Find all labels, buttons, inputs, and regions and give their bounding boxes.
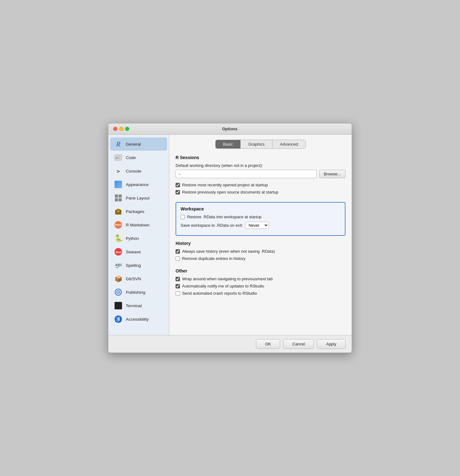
publishing-icon bbox=[114, 288, 123, 297]
always-save-history-checkbox[interactable] bbox=[176, 249, 180, 254]
notify-updates-label: Automatically notify me of updates to RS… bbox=[182, 284, 264, 288]
sidebar-item-appearance[interactable]: Appearance bbox=[110, 178, 167, 191]
dir-input-row: Browse... bbox=[176, 170, 345, 178]
sidebar-label-publishing: Publishing bbox=[126, 290, 145, 295]
notify-updates-checkbox[interactable] bbox=[176, 284, 180, 288]
history-title: History bbox=[176, 241, 345, 246]
sidebar-item-r-markdown[interactable]: Rmd R Markdown bbox=[110, 218, 167, 231]
sidebar-label-general: General bbox=[126, 142, 141, 147]
sidebar-label-r-markdown: R Markdown bbox=[126, 223, 150, 227]
sidebar-item-pane-layout[interactable]: Pane Layout bbox=[110, 191, 167, 204]
notify-updates-row[interactable]: Automatically notify me of updates to RS… bbox=[176, 284, 345, 288]
svg-rect-7 bbox=[117, 210, 120, 212]
python-icon: 🐍 bbox=[114, 234, 123, 243]
tab-basic[interactable]: Basic bbox=[216, 140, 241, 148]
restore-rdata-checkbox-row[interactable]: Restore .RData into workspace at startup bbox=[181, 215, 340, 219]
other-title: Other bbox=[176, 268, 345, 273]
wrap-around-label: Wrap around when navigating to previous/… bbox=[182, 277, 273, 281]
dialog-footer: OK Cancel Apply bbox=[108, 335, 352, 353]
svg-text:Rmd: Rmd bbox=[116, 251, 121, 254]
sidebar-item-general[interactable]: R General bbox=[110, 137, 167, 151]
tab-advanced[interactable]: Advanced bbox=[273, 140, 306, 148]
sidebar-item-code[interactable]: ≡ Code bbox=[110, 151, 167, 164]
sidebar-item-console[interactable]: > Console bbox=[110, 164, 167, 178]
workspace-title: Workspace bbox=[181, 206, 340, 211]
other-section: Other Wrap around when navigating to pre… bbox=[176, 268, 345, 298]
terminal-icon bbox=[114, 301, 123, 310]
sidebar-label-console: Console bbox=[126, 169, 141, 173]
code-icon: ≡ bbox=[114, 153, 123, 162]
sidebar-item-publishing[interactable]: Publishing bbox=[110, 286, 167, 299]
apply-button[interactable]: Apply bbox=[317, 339, 345, 349]
wrap-around-checkbox[interactable] bbox=[176, 277, 180, 281]
always-save-history-label: Always save history (even when not savin… bbox=[182, 249, 275, 254]
packages-icon bbox=[114, 207, 123, 216]
restore-docs-checkbox-row[interactable]: Restore previously open source documents… bbox=[176, 190, 345, 194]
sidebar-label-appearance: Appearance bbox=[126, 182, 149, 187]
svg-point-13 bbox=[118, 292, 119, 293]
sidebar-label-accessibility: Accessibility bbox=[126, 317, 149, 322]
restore-docs-label: Restore previously open source documents… bbox=[182, 190, 279, 194]
svg-text:ABC: ABC bbox=[115, 263, 122, 267]
wrap-around-row[interactable]: Wrap around when navigating to previous/… bbox=[176, 277, 345, 281]
always-save-history-row[interactable]: Always save history (even when not savin… bbox=[176, 249, 345, 254]
r-sessions-title: R Sessions bbox=[176, 155, 345, 160]
remove-duplicates-label: Remove duplicate entries in history bbox=[182, 256, 245, 261]
ok-button[interactable]: OK bbox=[256, 339, 280, 349]
options-dialog: Options R General ≡ bbox=[108, 123, 352, 353]
tab-graphics[interactable]: Graphics bbox=[241, 140, 272, 148]
remove-duplicates-checkbox[interactable] bbox=[176, 256, 180, 261]
history-section: History Always save history (even when n… bbox=[176, 241, 345, 263]
restore-project-checkbox-row[interactable]: Restore most recently opened project at … bbox=[176, 183, 345, 187]
restore-project-checkbox[interactable] bbox=[176, 183, 180, 187]
sidebar-item-git-svn[interactable]: 📦 Git/SVN bbox=[110, 272, 167, 285]
console-icon: > bbox=[114, 167, 123, 175]
tab-bar: Basic Graphics Advanced bbox=[215, 140, 306, 149]
sidebar-label-spelling: Spelling bbox=[126, 263, 141, 268]
sidebar: R General ≡ Code > bbox=[108, 135, 169, 335]
dir-input[interactable] bbox=[176, 170, 317, 178]
restore-rdata-label: Restore .RData into workspace at startup bbox=[187, 215, 262, 219]
workspace-section: Workspace Restore .RData into workspace … bbox=[176, 202, 345, 236]
save-workspace-label: Save workspace to .RData on exit: bbox=[181, 223, 243, 228]
pane-layout-icon bbox=[114, 194, 123, 202]
dir-label: Default working directory (when not in a… bbox=[176, 163, 345, 168]
crash-reports-checkbox[interactable] bbox=[176, 291, 180, 296]
sidebar-label-sweave: Sweave bbox=[126, 250, 141, 254]
sweave-icon: Rmd bbox=[114, 247, 123, 256]
r-icon: R bbox=[114, 140, 123, 148]
crash-reports-row[interactable]: Send automated crash reports to RStudio bbox=[176, 291, 345, 296]
svg-marker-6 bbox=[115, 209, 121, 210]
r-sessions-section: R Sessions Default working directory (wh… bbox=[176, 155, 345, 197]
main-panel: Basic Graphics Advanced R Sessions Defau… bbox=[169, 135, 352, 335]
sidebar-label-terminal: Terminal bbox=[126, 303, 142, 308]
sidebar-label-code: Code bbox=[126, 155, 136, 160]
sidebar-label-packages: Packages bbox=[126, 209, 144, 214]
sidebar-item-accessibility[interactable]: ♿ Accessibility bbox=[110, 313, 167, 326]
save-workspace-row: Save workspace to .RData on exit: Never … bbox=[181, 222, 340, 229]
browse-button[interactable]: Browse... bbox=[319, 170, 345, 178]
spelling-icon: ABC bbox=[114, 261, 123, 270]
sidebar-item-spelling[interactable]: ABC Spelling bbox=[110, 259, 167, 272]
sidebar-label-python: Python bbox=[126, 236, 139, 241]
sidebar-label-pane-layout: Pane Layout bbox=[126, 196, 150, 200]
dialog-title: Options bbox=[113, 127, 347, 131]
sidebar-item-python[interactable]: 🐍 Python bbox=[110, 232, 167, 245]
save-workspace-select[interactable]: Never Always Ask bbox=[245, 222, 269, 229]
dialog-body: R General ≡ Code > bbox=[108, 135, 352, 335]
sidebar-item-sweave[interactable]: Rmd Sweave bbox=[110, 245, 167, 258]
crash-reports-label: Send automated crash reports to RStudio bbox=[182, 291, 257, 296]
restore-project-label: Restore most recently opened project at … bbox=[182, 183, 268, 187]
sidebar-label-git-svn: Git/SVN bbox=[126, 277, 141, 281]
restore-rdata-checkbox[interactable] bbox=[181, 215, 185, 219]
remove-duplicates-row[interactable]: Remove duplicate entries in history bbox=[176, 256, 345, 261]
title-bar: Options bbox=[108, 123, 352, 135]
restore-docs-checkbox[interactable] bbox=[176, 190, 180, 194]
accessibility-icon: ♿ bbox=[114, 315, 123, 323]
sidebar-item-packages[interactable]: Packages bbox=[110, 205, 167, 218]
sidebar-item-terminal[interactable]: Terminal bbox=[110, 299, 167, 312]
rmd-icon: Rmd bbox=[114, 220, 123, 229]
git-icon: 📦 bbox=[114, 274, 123, 283]
cancel-button[interactable]: Cancel bbox=[283, 339, 314, 349]
appearance-icon bbox=[114, 180, 123, 189]
